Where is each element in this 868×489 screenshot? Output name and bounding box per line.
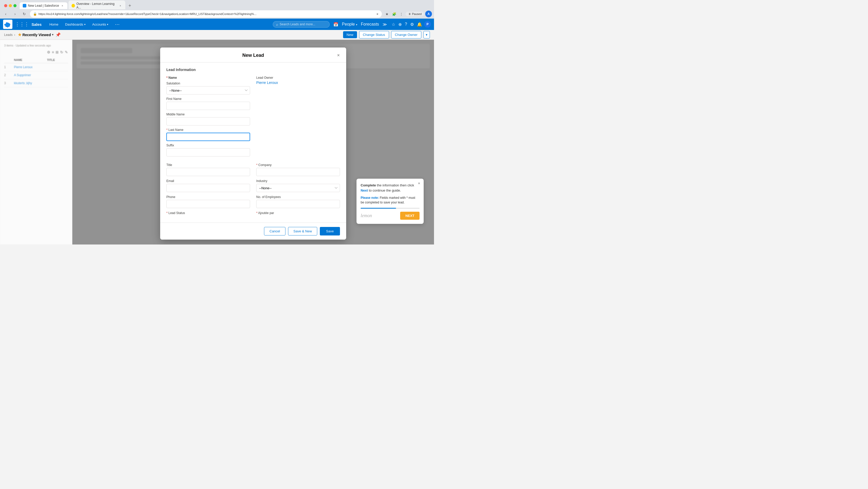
first-name-label: First Name	[166, 97, 250, 101]
middle-name-label: Middle Name	[166, 112, 250, 116]
list-view-icon[interactable]: ≡	[52, 50, 54, 54]
email-input[interactable]	[166, 184, 250, 192]
salutation-select[interactable]: --None-- Mr. Ms. Mrs. Dr. Prof.	[166, 86, 250, 95]
lead-status-label: Lead Status	[166, 211, 250, 215]
back-button[interactable]: ‹	[2, 10, 9, 18]
lead-owner-value[interactable]: Pierre Leroux	[256, 80, 340, 85]
profile-avatar[interactable]: A	[425, 10, 432, 17]
paused-badge: ⏸ Paused	[406, 11, 424, 16]
first-name-input[interactable]	[166, 102, 250, 110]
sf-help-icon[interactable]: ?	[404, 21, 408, 28]
tab-salesforce[interactable]: New Lead | Salesforce ×	[20, 2, 67, 9]
extensions-icon[interactable]: 🧩	[391, 11, 397, 17]
sf-search-box[interactable]: ⌕ Search Leads and more...	[273, 21, 330, 28]
row-name-3[interactable]: kkuterts ;kjhy	[14, 81, 45, 85]
next-button[interactable]: NEXT	[400, 212, 420, 220]
tooltip-close-button[interactable]: ×	[416, 181, 422, 186]
suffix-group: Suffix	[166, 143, 250, 157]
list-settings-icon[interactable]: ⚙	[47, 50, 51, 54]
industry-select[interactable]: --None-- Technology Finance	[256, 184, 340, 192]
url-text: https://eu14.lightning.force.com/lightni…	[38, 12, 375, 15]
employees-input[interactable]	[256, 200, 340, 208]
sf-nav-items: Home Dashboards ▾ Accounts ▾ ⋯	[46, 20, 270, 29]
modal-close-button[interactable]: ×	[335, 52, 342, 59]
sf-forecasts[interactable]: Forecasts	[360, 21, 380, 28]
employees-group: No. of Employees	[256, 195, 340, 208]
first-name-group: First Name	[166, 97, 250, 110]
last-name-input[interactable]	[166, 133, 250, 141]
sf-nav-more[interactable]: ⋯	[112, 20, 123, 29]
sf-header: ⋮⋮⋮ Sales Home Dashboards ▾ Accounts ▾ ⋯…	[0, 19, 434, 30]
tooltip-popup: × Complete the information then click Ne…	[356, 179, 424, 224]
tooltip-progress-bar-container	[361, 208, 420, 208]
sf-add-icon[interactable]: ⊕	[397, 21, 403, 28]
phone-input[interactable]	[166, 200, 250, 208]
row-num-2: 2	[4, 73, 12, 77]
tab-label-salesforce: New Lead | Salesforce	[28, 4, 59, 7]
modal-title: New Lead	[166, 53, 340, 58]
tab-label-lemon: Overview - Lemon Learning A...	[76, 2, 117, 9]
save-and-new-button[interactable]: Save & New	[288, 227, 317, 235]
middle-name-input[interactable]	[166, 117, 250, 126]
change-owner-button[interactable]: Change Owner	[391, 31, 421, 38]
recently-viewed-text: Recently Viewed	[23, 33, 51, 37]
row-name-2[interactable]: A Supprimer	[14, 73, 45, 77]
sf-bell-icon[interactable]: 🔔	[416, 21, 423, 28]
cancel-button[interactable]: Cancel	[264, 227, 285, 235]
title-group: Title	[166, 163, 250, 176]
modal-body: Lead Information * Name Salutation	[160, 63, 346, 223]
sf-people-header[interactable]: People ▾	[341, 21, 358, 28]
tooltip-footer: lemon NEXT	[361, 212, 420, 220]
phone-group: Phone	[166, 195, 250, 208]
new-tab-button[interactable]: +	[126, 2, 133, 9]
name-section: * Name Salutation --None-- Mr. Ms. Mrs.	[166, 76, 250, 159]
forward-button[interactable]: ›	[11, 10, 19, 18]
sf-search-placeholder: Search Leads and more...	[280, 23, 315, 26]
address-bar: ‹ › ↻ 🔒 https://eu14.lightning.force.com…	[0, 9, 434, 19]
modal-footer: Cancel Save & New Save	[160, 223, 346, 239]
breadcrumb-leads[interactable]: Leads	[4, 33, 13, 37]
sf-nav-home[interactable]: Home	[46, 21, 61, 28]
browser-chrome: New Lead | Salesforce × Overview - Lemon…	[0, 0, 434, 19]
sf-more-nav[interactable]: ≫	[381, 21, 388, 28]
modal-header: New Lead ×	[160, 47, 346, 63]
url-bar[interactable]: 🔒 https://eu14.lightning.force.com/light…	[30, 10, 382, 18]
salutation-label: Salutation	[166, 82, 250, 85]
suffix-input[interactable]	[166, 148, 250, 157]
list-edit-icon[interactable]: ✎	[65, 50, 68, 54]
row-name-1[interactable]: Pierre Leroux	[14, 65, 45, 69]
list-refresh-icon[interactable]: ↻	[60, 50, 63, 54]
new-lead-button[interactable]: New	[343, 31, 357, 38]
save-button[interactable]: Save	[320, 227, 340, 235]
sf-bookmark-icon[interactable]: ☆	[391, 21, 396, 28]
change-owner-dropdown[interactable]: ▾	[424, 31, 430, 38]
employees-label: No. of Employees	[256, 195, 340, 199]
title-input[interactable]	[166, 168, 250, 176]
col-number	[4, 58, 12, 61]
sf-nav-dashboards[interactable]: Dashboards ▾	[62, 21, 89, 28]
title-label: Title	[166, 163, 250, 167]
close-button[interactable]	[4, 4, 7, 7]
salesforce-favicon	[23, 4, 26, 7]
tab-close-salesforce[interactable]: ×	[61, 4, 64, 7]
sf-nav-accounts[interactable]: Accounts ▾	[89, 21, 111, 28]
sf-logo[interactable]	[3, 20, 12, 29]
list-grid-icon[interactable]: ⊞	[56, 50, 59, 54]
table-row-2: 2 A Supprimer	[4, 71, 68, 79]
app-launcher-icon[interactable]: ⋮⋮⋮	[15, 22, 29, 27]
sf-user-avatar[interactable]: P	[424, 21, 431, 28]
sf-calendar-icon[interactable]: 📅	[332, 21, 339, 28]
change-status-button[interactable]: Change Status	[359, 31, 389, 38]
browser-menu-icon[interactable]: ⋮	[398, 11, 405, 17]
table-row-3: 3 kkuterts ;kjhy	[4, 79, 68, 87]
minimize-button[interactable]	[9, 4, 12, 7]
maximize-button[interactable]	[13, 4, 17, 7]
lemon-favicon	[71, 4, 75, 7]
refresh-button[interactable]: ↻	[21, 10, 28, 18]
industry-label: Industry	[256, 179, 340, 183]
sf-settings-icon[interactable]: ⚙	[409, 21, 415, 28]
tab-close-lemon[interactable]: ×	[119, 4, 122, 7]
bookmark-icon[interactable]: ★	[384, 11, 390, 17]
section-title: Lead Information	[166, 68, 340, 72]
company-input[interactable]	[256, 168, 340, 176]
